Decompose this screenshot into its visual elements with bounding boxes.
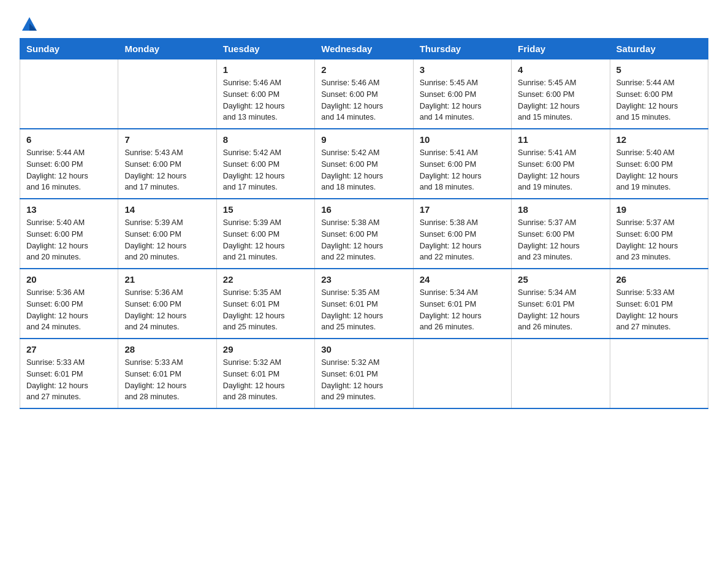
calendar-cell: 19Sunrise: 5:37 AM Sunset: 6:00 PM Dayli… [610,199,708,269]
weekday-header-saturday: Saturday [610,39,708,59]
day-info: Sunrise: 5:35 AM Sunset: 6:01 PM Dayligh… [223,287,308,333]
calendar-cell: 24Sunrise: 5:34 AM Sunset: 6:01 PM Dayli… [413,269,511,339]
day-number: 2 [321,64,406,75]
day-number: 16 [321,204,406,215]
calendar-table: SundayMondayTuesdayWednesdayThursdayFrid… [20,38,708,409]
calendar-cell: 22Sunrise: 5:35 AM Sunset: 6:01 PM Dayli… [216,269,314,339]
calendar-cell: 16Sunrise: 5:38 AM Sunset: 6:00 PM Dayli… [315,199,413,269]
day-info: Sunrise: 5:36 AM Sunset: 6:00 PM Dayligh… [26,287,112,333]
day-number: 25 [518,274,603,285]
day-info: Sunrise: 5:42 AM Sunset: 6:00 PM Dayligh… [321,147,406,193]
day-number: 9 [321,134,406,145]
calendar-cell: 15Sunrise: 5:39 AM Sunset: 6:00 PM Dayli… [216,199,314,269]
day-number: 4 [518,64,603,75]
weekday-header-monday: Monday [118,39,216,59]
weekday-header-wednesday: Wednesday [315,39,413,59]
day-number: 13 [26,204,112,215]
day-info: Sunrise: 5:33 AM Sunset: 6:01 PM Dayligh… [124,357,210,403]
calendar-cell [413,339,511,408]
day-info: Sunrise: 5:40 AM Sunset: 6:00 PM Dayligh… [26,217,112,263]
day-info: Sunrise: 5:38 AM Sunset: 6:00 PM Dayligh… [321,217,406,263]
day-number: 30 [321,344,406,354]
day-info: Sunrise: 5:37 AM Sunset: 6:00 PM Dayligh… [518,217,603,263]
calendar-week-row: 20Sunrise: 5:36 AM Sunset: 6:00 PM Dayli… [20,269,708,339]
day-number: 19 [616,204,702,215]
calendar-week-row: 6Sunrise: 5:44 AM Sunset: 6:00 PM Daylig… [20,129,708,199]
day-info: Sunrise: 5:45 AM Sunset: 6:00 PM Dayligh… [420,77,505,123]
calendar-cell: 9Sunrise: 5:42 AM Sunset: 6:00 PM Daylig… [315,129,413,199]
calendar-cell [118,59,216,129]
calendar-cell: 20Sunrise: 5:36 AM Sunset: 6:00 PM Dayli… [20,269,118,339]
calendar-cell: 5Sunrise: 5:44 AM Sunset: 6:00 PM Daylig… [610,59,708,129]
weekday-header-tuesday: Tuesday [216,39,314,59]
day-info: Sunrise: 5:36 AM Sunset: 6:00 PM Dayligh… [124,287,210,333]
calendar-cell: 1Sunrise: 5:46 AM Sunset: 6:00 PM Daylig… [216,59,314,129]
day-number: 18 [518,204,603,215]
day-number: 20 [26,274,112,285]
weekday-header-thursday: Thursday [413,39,511,59]
day-number: 24 [420,274,505,285]
calendar-cell: 10Sunrise: 5:41 AM Sunset: 6:00 PM Dayli… [413,129,511,199]
day-number: 1 [223,64,308,75]
day-number: 5 [616,64,702,75]
day-info: Sunrise: 5:43 AM Sunset: 6:00 PM Dayligh… [124,147,210,193]
calendar-week-row: 27Sunrise: 5:33 AM Sunset: 6:01 PM Dayli… [20,339,708,408]
day-info: Sunrise: 5:40 AM Sunset: 6:00 PM Dayligh… [616,147,702,193]
calendar-cell: 7Sunrise: 5:43 AM Sunset: 6:00 PM Daylig… [118,129,216,199]
calendar-cell: 12Sunrise: 5:40 AM Sunset: 6:00 PM Dayli… [610,129,708,199]
calendar-cell: 28Sunrise: 5:33 AM Sunset: 6:01 PM Dayli… [118,339,216,408]
day-number: 10 [420,134,505,145]
day-info: Sunrise: 5:41 AM Sunset: 6:00 PM Dayligh… [420,147,505,193]
calendar-cell: 14Sunrise: 5:39 AM Sunset: 6:00 PM Dayli… [118,199,216,269]
day-number: 8 [223,134,308,145]
day-number: 27 [26,344,112,354]
day-number: 22 [223,274,308,285]
day-info: Sunrise: 5:45 AM Sunset: 6:00 PM Dayligh… [518,77,603,123]
day-info: Sunrise: 5:44 AM Sunset: 6:00 PM Dayligh… [26,147,112,193]
day-info: Sunrise: 5:32 AM Sunset: 6:01 PM Dayligh… [321,357,406,403]
calendar-week-row: 1Sunrise: 5:46 AM Sunset: 6:00 PM Daylig… [20,59,708,129]
day-number: 21 [124,274,210,285]
day-number: 29 [223,344,308,354]
calendar-cell [610,339,708,408]
day-info: Sunrise: 5:34 AM Sunset: 6:01 PM Dayligh… [420,287,505,333]
day-number: 23 [321,274,406,285]
calendar-cell: 18Sunrise: 5:37 AM Sunset: 6:00 PM Dayli… [512,199,610,269]
page-header [20,15,708,32]
day-info: Sunrise: 5:33 AM Sunset: 6:01 PM Dayligh… [616,287,702,333]
calendar-cell: 8Sunrise: 5:42 AM Sunset: 6:00 PM Daylig… [216,129,314,199]
calendar-cell: 21Sunrise: 5:36 AM Sunset: 6:00 PM Dayli… [118,269,216,339]
day-info: Sunrise: 5:46 AM Sunset: 6:00 PM Dayligh… [321,77,406,123]
day-info: Sunrise: 5:39 AM Sunset: 6:00 PM Dayligh… [124,217,210,263]
day-info: Sunrise: 5:37 AM Sunset: 6:00 PM Dayligh… [616,217,702,263]
day-number: 3 [420,64,505,75]
calendar-cell: 11Sunrise: 5:41 AM Sunset: 6:00 PM Dayli… [512,129,610,199]
calendar-cell: 4Sunrise: 5:45 AM Sunset: 6:00 PM Daylig… [512,59,610,129]
logo [20,15,38,32]
day-number: 7 [124,134,210,145]
logo-icon [21,15,38,32]
calendar-cell: 23Sunrise: 5:35 AM Sunset: 6:01 PM Dayli… [315,269,413,339]
calendar-cell: 26Sunrise: 5:33 AM Sunset: 6:01 PM Dayli… [610,269,708,339]
day-number: 26 [616,274,702,285]
calendar-cell: 3Sunrise: 5:45 AM Sunset: 6:00 PM Daylig… [413,59,511,129]
calendar-cell: 27Sunrise: 5:33 AM Sunset: 6:01 PM Dayli… [20,339,118,408]
calendar-cell: 2Sunrise: 5:46 AM Sunset: 6:00 PM Daylig… [315,59,413,129]
weekday-header-row: SundayMondayTuesdayWednesdayThursdayFrid… [20,39,708,59]
day-number: 6 [26,134,112,145]
calendar-cell: 30Sunrise: 5:32 AM Sunset: 6:01 PM Dayli… [315,339,413,408]
calendar-cell: 13Sunrise: 5:40 AM Sunset: 6:00 PM Dayli… [20,199,118,269]
day-number: 28 [124,344,210,354]
calendar-cell: 25Sunrise: 5:34 AM Sunset: 6:01 PM Dayli… [512,269,610,339]
day-info: Sunrise: 5:41 AM Sunset: 6:00 PM Dayligh… [518,147,603,193]
calendar-week-row: 13Sunrise: 5:40 AM Sunset: 6:00 PM Dayli… [20,199,708,269]
day-number: 17 [420,204,505,215]
day-info: Sunrise: 5:39 AM Sunset: 6:00 PM Dayligh… [223,217,308,263]
day-number: 11 [518,134,603,145]
calendar-cell: 6Sunrise: 5:44 AM Sunset: 6:00 PM Daylig… [20,129,118,199]
day-info: Sunrise: 5:42 AM Sunset: 6:00 PM Dayligh… [223,147,308,193]
weekday-header-sunday: Sunday [20,39,118,59]
weekday-header-friday: Friday [512,39,610,59]
day-number: 14 [124,204,210,215]
day-info: Sunrise: 5:35 AM Sunset: 6:01 PM Dayligh… [321,287,406,333]
